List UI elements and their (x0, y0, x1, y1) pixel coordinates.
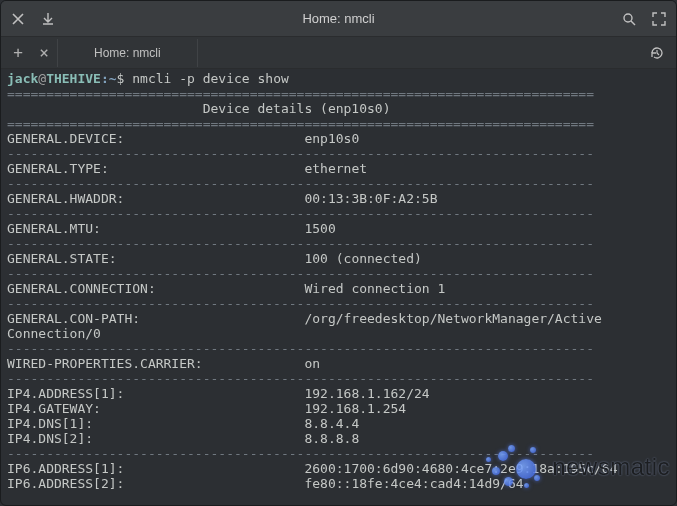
window-title: Home: nmcli (57, 11, 620, 26)
close-icon[interactable] (9, 10, 27, 28)
new-tab-button[interactable]: + (5, 40, 31, 66)
fullscreen-icon[interactable] (650, 10, 668, 28)
tab-close-button[interactable]: × (31, 40, 57, 66)
history-icon[interactable] (648, 44, 666, 62)
download-icon[interactable] (39, 10, 57, 28)
tab-active[interactable]: Home: nmcli (57, 39, 198, 67)
terminal-output[interactable]: jack@THEHIVE:~$ nmcli -p device show ===… (1, 69, 676, 493)
window-titlebar: Home: nmcli (1, 1, 676, 37)
tab-bar: + × Home: nmcli (1, 37, 676, 69)
tab-label: Home: nmcli (94, 46, 161, 60)
svg-point-0 (624, 14, 632, 22)
search-icon[interactable] (620, 10, 638, 28)
